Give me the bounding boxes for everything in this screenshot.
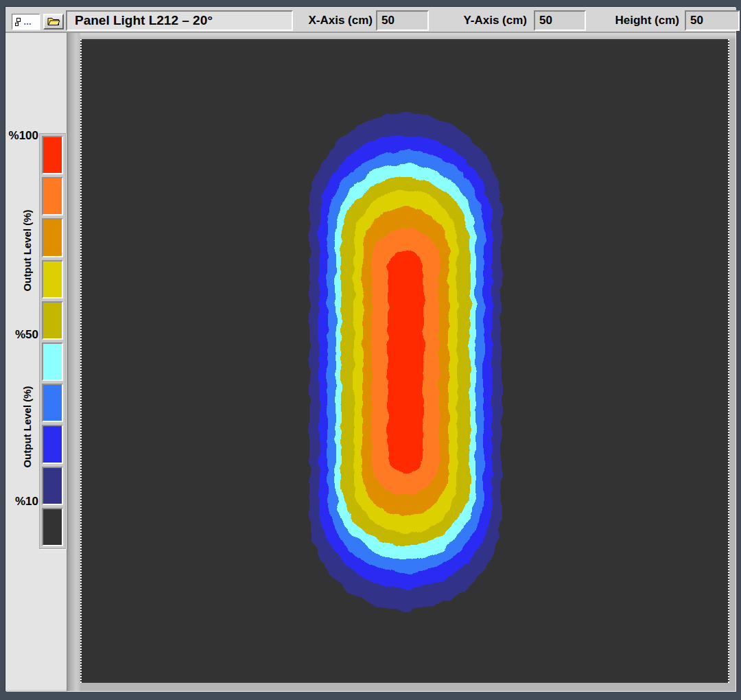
- toolbar: … Panel Light L212 – 20° X-Axis (cm) Y-A…: [5, 7, 736, 33]
- legend-swatch-level-70-60[interactable]: [42, 260, 63, 299]
- legend-color-scale: [39, 133, 66, 549]
- legend-swatch-level-30-20[interactable]: [42, 425, 63, 463]
- legend-swatch-level-20-10[interactable]: [42, 467, 63, 505]
- path-dots-label: …: [23, 19, 32, 25]
- legend-swatch-level-60-50[interactable]: [42, 301, 63, 340]
- height-label: Height (cm): [569, 8, 679, 33]
- contour-band-90-100: [388, 250, 423, 474]
- path-browse-button[interactable]: …: [12, 14, 40, 30]
- intensity-graph: [80, 39, 729, 683]
- x-axis-label: X-Axis (cm): [239, 8, 373, 33]
- legend-swatch-level-100-90[interactable]: [42, 136, 63, 174]
- legend-swatch-level-40-30[interactable]: [42, 384, 63, 422]
- legend-tick-10: %10: [5, 495, 38, 509]
- legend-sidebar: Output Level (%) Output Level (%) %100 %…: [5, 33, 67, 690]
- open-file-button[interactable]: [43, 14, 64, 30]
- legend-swatch-level-10-0[interactable]: [42, 508, 63, 546]
- contour-map: [82, 39, 728, 683]
- legend-axis-label-upper: Output Level (%): [21, 196, 34, 305]
- legend-swatch-level-50-40[interactable]: [42, 342, 63, 381]
- plot-panel: [67, 33, 736, 691]
- legend-tick-50: %50: [5, 328, 38, 342]
- legend-axis-label-lower: Output Level (%): [21, 372, 34, 482]
- height-input[interactable]: [685, 10, 740, 31]
- y-axis-label: Y-Axis (cm): [417, 8, 527, 33]
- legend-swatch-level-80-70[interactable]: [42, 218, 63, 257]
- legend-swatch-level-90-80[interactable]: [42, 177, 63, 215]
- open-folder-icon: [47, 17, 60, 26]
- legend-tick-100: %100: [5, 129, 38, 143]
- path-glyph-icon: [14, 17, 22, 27]
